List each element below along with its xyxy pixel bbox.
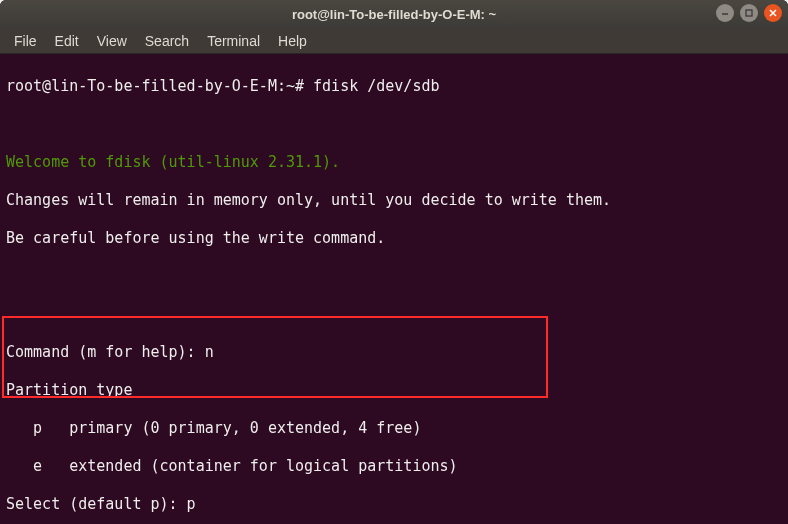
- menu-help[interactable]: Help: [270, 31, 315, 51]
- svg-rect-0: [746, 10, 752, 16]
- prompt-line: root@lin-To-be-filled-by-O-E-M:~# fdisk …: [6, 77, 782, 96]
- menu-search[interactable]: Search: [137, 31, 197, 51]
- window-title: root@lin-To-be-filled-by-O-E-M: ~: [292, 7, 496, 22]
- menu-view[interactable]: View: [89, 31, 135, 51]
- terminal-window: root@lin-To-be-filled-by-O-E-M: ~ File E…: [0, 0, 788, 524]
- maximize-button[interactable]: [740, 4, 758, 22]
- close-button[interactable]: [764, 4, 782, 22]
- menu-file[interactable]: File: [6, 31, 45, 51]
- minimize-icon: [721, 9, 729, 17]
- menu-terminal[interactable]: Terminal: [199, 31, 268, 51]
- command-line: Command (m for help): n: [6, 343, 782, 362]
- titlebar: root@lin-To-be-filled-by-O-E-M: ~: [0, 0, 788, 28]
- menu-edit[interactable]: Edit: [47, 31, 87, 51]
- minimize-button[interactable]: [716, 4, 734, 22]
- blank-line: [6, 305, 782, 324]
- primary-line: p primary (0 primary, 0 extended, 4 free…: [6, 419, 782, 438]
- blank-line: [6, 115, 782, 134]
- maximize-icon: [745, 9, 753, 17]
- select-line: Select (default p): p: [6, 495, 782, 514]
- window-controls: [716, 4, 782, 22]
- close-icon: [769, 9, 777, 17]
- extended-line: e extended (container for logical partit…: [6, 457, 782, 476]
- blank-line: [6, 267, 782, 286]
- welcome-line: Welcome to fdisk (util-linux 2.31.1).: [6, 153, 782, 172]
- careful-line: Be careful before using the write comman…: [6, 229, 782, 248]
- terminal-body[interactable]: root@lin-To-be-filled-by-O-E-M:~# fdisk …: [0, 54, 788, 524]
- partition-type-line: Partition type: [6, 381, 782, 400]
- menubar: File Edit View Search Terminal Help: [0, 28, 788, 54]
- changes-line: Changes will remain in memory only, unti…: [6, 191, 782, 210]
